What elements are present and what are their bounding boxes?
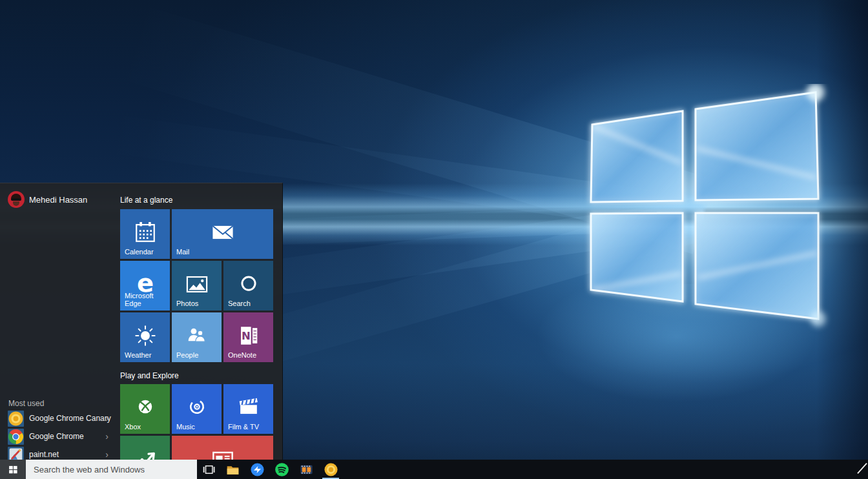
tile-label: Xbox <box>125 423 141 431</box>
mail-icon <box>209 218 237 247</box>
folder-icon <box>225 462 240 477</box>
calendar-icon <box>131 218 160 247</box>
app-item-label: Google Chrome <box>29 432 84 441</box>
task-view-button[interactable] <box>197 460 220 479</box>
weather-sun-icon <box>131 321 160 350</box>
taskbar-movie-maker-button[interactable] <box>294 460 318 479</box>
windows-hero-logo <box>578 84 849 342</box>
tile-xbox[interactable]: Xbox <box>120 384 170 434</box>
tile-music[interactable]: Music <box>172 384 222 434</box>
start-button[interactable] <box>0 460 26 479</box>
tile-photos[interactable]: Photos <box>172 261 222 311</box>
most-used-list: Google Chrome Canary › Google Chrome › p… <box>8 409 115 460</box>
tile-calendar[interactable]: Calendar <box>120 209 170 259</box>
chrome-icon <box>8 429 24 445</box>
win-flag-icon <box>8 464 19 475</box>
film-tv-icon <box>234 393 263 422</box>
tile-label: Microsoft Edge <box>125 292 170 307</box>
taskbar-spotify-button[interactable] <box>269 460 294 479</box>
tile-group-label-play-and-explore: Play and Explore <box>120 371 283 381</box>
svg-text:N: N <box>241 330 250 342</box>
task-view-icon <box>202 462 216 477</box>
user-account-button[interactable]: Mehedi Hassan <box>8 191 87 208</box>
tile-group-label-life-at-a-glance: Life at a glance <box>120 196 283 205</box>
tile-label: OneNote <box>228 351 256 359</box>
tile-label: Search <box>228 300 251 307</box>
tile-onenote[interactable]: N OneNote <box>223 312 273 362</box>
taskbar-chrome-canary-button[interactable] <box>318 460 343 479</box>
tile-news[interactable] <box>172 436 273 460</box>
photos-icon <box>183 270 211 298</box>
pinned-apps <box>220 460 343 479</box>
tile-label: Calendar <box>125 248 154 256</box>
tile-label: Mail <box>176 248 189 256</box>
chrome-canary-icon <box>324 462 338 477</box>
money-chart-icon <box>131 445 160 460</box>
app-item-google-chrome[interactable]: Google Chrome › <box>8 427 115 445</box>
tile-grid: Calendar Mail e Microsoft Edge Photos Se… <box>120 209 283 362</box>
chevron-right-icon[interactable]: › <box>105 414 108 423</box>
desktop[interactable]: { "user": { "name": "Mehedi Hassan" }, "… <box>0 0 868 479</box>
taskbar-search <box>26 460 197 479</box>
paint-net-icon <box>8 447 24 460</box>
tile-label: Film & TV <box>228 423 259 431</box>
tile-label: People <box>176 351 198 359</box>
tile-label: Weather <box>125 351 151 359</box>
app-item-label: Google Chrome Canary <box>29 414 111 423</box>
start-menu: Mehedi Hassan Most used Google Chrome Ca… <box>0 183 283 460</box>
tile-money-chart[interactable] <box>120 436 170 460</box>
user-name: Mehedi Hassan <box>29 195 87 205</box>
movie-maker-icon <box>299 462 314 477</box>
tile-microsoft-edge[interactable]: e Microsoft Edge <box>120 261 170 311</box>
most-used-section-label: Most used <box>8 399 44 408</box>
tile-search[interactable]: Search <box>223 261 273 311</box>
tile-label: Music <box>176 423 195 431</box>
chevron-right-icon[interactable]: › <box>105 432 108 441</box>
xbox-icon <box>131 393 160 422</box>
taskbar-file-explorer-button[interactable] <box>220 460 245 479</box>
app-item-google-chrome-canary[interactable]: Google Chrome Canary › <box>8 409 115 427</box>
taskbar <box>0 460 868 479</box>
tile-people[interactable]: People <box>172 312 222 362</box>
tile-mail[interactable]: Mail <box>172 209 273 259</box>
messenger-icon <box>250 462 265 477</box>
tile-grid: Xbox Music Film & TV <box>120 384 283 460</box>
tile-weather[interactable]: Weather <box>120 312 170 362</box>
spotify-icon <box>274 462 289 477</box>
onenote-icon: N <box>234 321 263 350</box>
tile-area: Life at a glance Calendar Mail e Microso… <box>120 183 283 460</box>
tile-label: Photos <box>176 300 198 307</box>
search-input[interactable] <box>26 465 197 474</box>
people-icon <box>183 321 211 350</box>
user-avatar <box>8 191 25 208</box>
search-ring-icon <box>234 270 263 298</box>
app-item-label: paint.net <box>29 450 59 459</box>
tile-film-tv[interactable]: Film & TV <box>223 384 273 434</box>
news-icon <box>209 445 237 460</box>
chrome-canary-icon <box>8 411 24 427</box>
chevron-right-icon[interactable]: › <box>105 450 108 459</box>
taskbar-messenger-button[interactable] <box>245 460 269 479</box>
groove-music-icon <box>183 393 211 422</box>
app-item-paint-net[interactable]: paint.net › <box>8 445 115 460</box>
